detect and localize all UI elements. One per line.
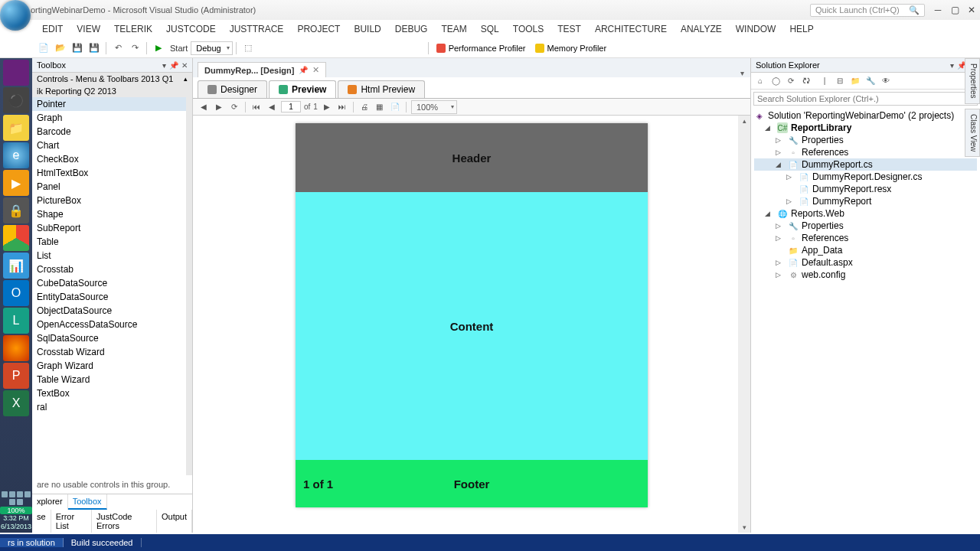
bottom-tab[interactable]: Output: [157, 510, 192, 533]
file-node[interactable]: ◢📄DummyReport.cs: [754, 158, 977, 171]
folder-node[interactable]: 📁App_Data: [754, 244, 977, 256]
page-input[interactable]: [281, 101, 301, 112]
panel-tab[interactable]: Toolbox: [68, 494, 107, 510]
toolbox-item[interactable]: Chart: [32, 139, 186, 152]
menu-build[interactable]: BUILD: [347, 24, 387, 34]
file-node[interactable]: ▷📄DummyReport.Designer.cs: [754, 171, 977, 183]
tabs-dropdown-icon[interactable]: ▾: [740, 69, 744, 77]
scrollbar[interactable]: ▴▾: [738, 116, 750, 533]
taskbar-chrome-icon[interactable]: [3, 225, 29, 251]
toolbox-item[interactable]: Barcode: [32, 125, 186, 139]
menu-test[interactable]: TEST: [550, 24, 588, 34]
collapse-icon[interactable]: ⊟: [834, 75, 846, 87]
toolbox-item[interactable]: Table Wizard: [32, 373, 186, 386]
dropdown-icon[interactable]: ▾: [950, 61, 954, 70]
menu-edit[interactable]: EDIT: [35, 24, 70, 34]
last-page-icon[interactable]: ⏭: [336, 101, 348, 113]
menu-telerik[interactable]: TELERIK: [107, 24, 159, 34]
new-project-icon[interactable]: 📄: [37, 41, 51, 55]
layout-icon[interactable]: ▦: [374, 101, 386, 113]
refresh-icon[interactable]: ⟳: [228, 101, 240, 113]
toolbox-item[interactable]: Panel: [32, 180, 186, 194]
taskbar-media-icon[interactable]: ▶: [3, 170, 29, 196]
taskbar-lync-icon[interactable]: L: [3, 308, 29, 334]
file-node[interactable]: ▷📄DummyReport: [754, 195, 977, 207]
toolbox-item[interactable]: Shape: [32, 207, 186, 221]
menu-analyze[interactable]: ANALYZE: [674, 24, 729, 34]
first-page-icon[interactable]: ⏮: [250, 101, 263, 113]
pin-icon[interactable]: 📌: [169, 61, 178, 70]
sync-icon[interactable]: ⟳: [785, 75, 797, 87]
tab-preview[interactable]: Preview: [269, 80, 336, 98]
start-orb[interactable]: [0, 0, 31, 31]
preview-icon[interactable]: 👁: [880, 75, 892, 87]
toolbox-group[interactable]: ik Reporting Q2 2013: [32, 85, 192, 97]
project-node[interactable]: ◢🌐Reports.Web: [754, 207, 977, 220]
show-all-icon[interactable]: 📁: [849, 75, 861, 87]
zoom-combo[interactable]: 100%: [411, 100, 457, 114]
close-button[interactable]: ✕: [963, 3, 980, 17]
toolbox-item[interactable]: PictureBox: [32, 194, 186, 207]
perf-profiler-button[interactable]: Performance Profiler: [432, 44, 531, 53]
nav-forward-icon[interactable]: ▶: [213, 101, 225, 113]
taskbar-folder-icon[interactable]: 📁: [3, 115, 29, 141]
tab-designer[interactable]: Designer: [198, 80, 267, 98]
export-icon[interactable]: 📄: [389, 101, 401, 113]
close-icon[interactable]: ✕: [312, 65, 319, 75]
close-icon[interactable]: ✕: [181, 61, 188, 70]
refresh-icon[interactable]: 🗘: [800, 75, 812, 87]
menu-justcode[interactable]: JUSTCODE: [159, 24, 223, 34]
menu-debug[interactable]: DEBUG: [388, 24, 435, 34]
taskbar-vs-icon[interactable]: [3, 60, 29, 86]
toolbox-item[interactable]: Graph Wizard: [32, 359, 186, 373]
taskbar-icon[interactable]: 📊: [3, 253, 29, 279]
dropdown-icon[interactable]: ▾: [162, 61, 166, 70]
menu-view[interactable]: VIEW: [70, 24, 107, 34]
menu-architecture[interactable]: ARCHITECTURE: [588, 24, 674, 34]
minimize-button[interactable]: ─: [929, 3, 946, 17]
project-node[interactable]: ◢C#ReportLibrary: [754, 122, 977, 134]
properties-icon[interactable]: 🔧: [864, 75, 877, 87]
mem-profiler-button[interactable]: Memory Profiler: [531, 44, 612, 53]
clock[interactable]: 3:32 PM6/13/2013: [0, 514, 32, 531]
toolbox-item[interactable]: ObjectDataSource: [32, 304, 186, 318]
redo-icon[interactable]: ↷: [128, 41, 142, 55]
menu-help[interactable]: HELP: [782, 24, 820, 34]
print-icon[interactable]: 🖨: [358, 101, 371, 113]
toolbox-item[interactable]: Graph: [32, 111, 186, 125]
toolbox-item[interactable]: Crosstab: [32, 262, 186, 276]
config-combo[interactable]: Debug: [191, 41, 232, 55]
panel-tab[interactable]: xplorer: [32, 494, 68, 510]
taskbar-outlook-icon[interactable]: O: [3, 280, 29, 306]
taskbar-icon[interactable]: ⚫: [3, 87, 29, 113]
toolbox-item[interactable]: CheckBox: [32, 152, 186, 166]
toolbox-item[interactable]: HtmlTextBox: [32, 166, 186, 180]
undo-icon[interactable]: ↶: [111, 41, 125, 55]
properties-tab[interactable]: Properties: [965, 58, 980, 104]
menu-justtrace[interactable]: JUSTTRACE: [223, 24, 291, 34]
back-icon[interactable]: ◯: [769, 75, 782, 87]
system-tray[interactable]: [0, 490, 32, 507]
bottom-tab[interactable]: se: [32, 510, 51, 533]
quick-launch-input[interactable]: Quick Launch (Ctrl+Q)🔍: [810, 4, 925, 17]
references-node[interactable]: ▷▫References: [754, 232, 977, 244]
properties-node[interactable]: ▷🔧Properties: [754, 134, 977, 146]
tab-html-preview[interactable]: Html Preview: [338, 80, 425, 98]
toolbox-item[interactable]: Table: [32, 235, 186, 249]
menu-tools[interactable]: TOOLS: [506, 24, 550, 34]
menu-window[interactable]: WINDOW: [729, 24, 783, 34]
taskbar-firefox-icon[interactable]: [3, 335, 29, 361]
home-icon[interactable]: ⌂: [754, 75, 766, 87]
save-all-icon[interactable]: 💾: [87, 41, 101, 55]
document-tab[interactable]: DummyRep... [Design] 📌 ✕: [198, 62, 326, 77]
solution-search-input[interactable]: [753, 92, 978, 106]
toolbox-item[interactable]: TextBox: [32, 386, 186, 400]
solution-search[interactable]: [751, 90, 980, 108]
prev-page-icon[interactable]: ◀: [266, 101, 278, 113]
nav-back-icon[interactable]: ◀: [198, 101, 210, 113]
menu-sql[interactable]: SQL: [474, 24, 506, 34]
file-node[interactable]: 📄DummyReport.resx: [754, 183, 977, 195]
bottom-tab[interactable]: JustCode Errors: [92, 510, 157, 533]
toolbox-item[interactable]: SubReport: [32, 221, 186, 235]
solution-node[interactable]: ◈Solution 'ReportingWebinarDemo' (2 proj…: [754, 109, 977, 122]
